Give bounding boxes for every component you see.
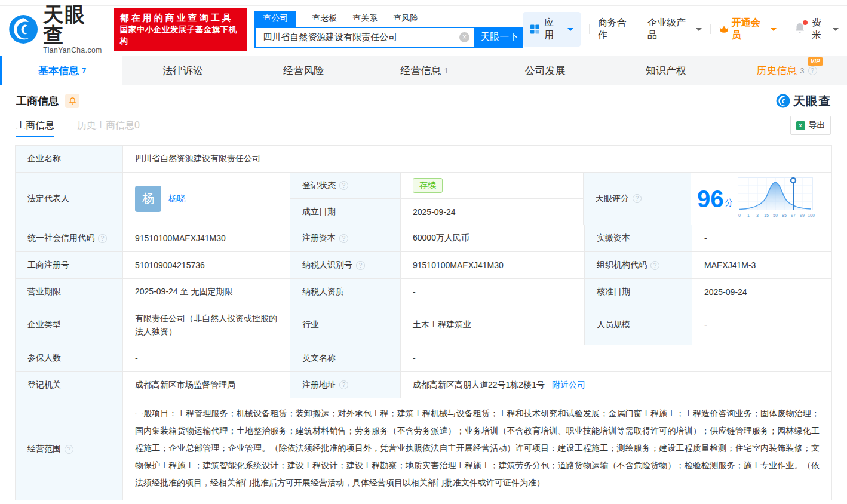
help-icon[interactable] — [65, 445, 73, 454]
taxpayer-id-value: 91510100MAEXJ41M30 — [401, 252, 585, 278]
tab-label: 基本信息 — [38, 64, 79, 78]
search-tab-risk[interactable]: 查风险 — [389, 13, 422, 27]
svg-text:85: 85 — [782, 213, 787, 217]
table-row: 成立日期 2025-09-24 — [290, 199, 583, 225]
tab-operation-info[interactable]: 经营信息 1 — [364, 56, 484, 85]
address-value: 成都高新区高朋大道22号1栋2楼1号 附近公司 — [401, 372, 831, 398]
approval-date-value: 2025-09-24 — [692, 279, 833, 305]
company-tabs: 基本信息 7 法律诉讼 经营风险 经营信息 1 公司发展 知识产权 VIP 历史… — [0, 56, 847, 85]
tab-basic-info[interactable]: 基本信息 7 — [2, 56, 122, 85]
help-icon[interactable] — [339, 380, 348, 389]
avatar[interactable]: 杨 — [135, 186, 161, 212]
slogan-banner: 都在用的商业查询工具 国家中小企业发展子基金旗下机构 — [114, 8, 247, 51]
table-row: 登记状态 存续 — [290, 173, 583, 199]
tab-label: 知识产权 — [646, 64, 686, 78]
watermark-text: 天眼查 — [793, 93, 831, 109]
search-tab-company[interactable]: 查公司 — [254, 11, 296, 27]
taxpayer-quali-label: 纳税人资质 — [290, 279, 401, 305]
help-icon[interactable] — [339, 181, 348, 190]
reg-capital-value: 60000万人民币 — [401, 225, 585, 251]
reg-no-label: 工商注册号 — [16, 252, 123, 278]
subtab-business-info[interactable]: 工商信息 — [16, 119, 54, 132]
paid-capital-label: 实缴资本 — [585, 225, 692, 251]
legal-rep-link[interactable]: 杨晓 — [168, 193, 185, 204]
en-name-label: 英文名称 — [290, 345, 401, 371]
help-icon[interactable] — [98, 234, 107, 243]
tab-operation-risk[interactable]: 经营风险 — [243, 56, 364, 85]
tab-intellectual-property[interactable]: 知识产权 — [606, 56, 726, 85]
help-icon[interactable] — [339, 234, 348, 243]
svg-text:1: 1 — [747, 213, 750, 217]
enterprise-label: 企业级产品 — [647, 17, 693, 42]
help-icon[interactable] — [808, 66, 817, 75]
tab-company-development[interactable]: 公司发展 — [485, 56, 606, 85]
logo-cn: 天眼查 — [43, 4, 105, 45]
nearby-companies-link[interactable]: 附近公司 — [552, 380, 585, 391]
company-name-value: 四川省自然资源建设有限责任公司 — [123, 146, 831, 172]
insured-label: 参保人数 — [16, 345, 123, 371]
search-tabs: 查公司 查老板 查关系 查风险 — [254, 11, 523, 27]
taxpayer-id-label: 纳税人识别号 — [290, 252, 401, 278]
tab-label: 经营信息 — [400, 64, 441, 78]
en-name-value: - — [401, 345, 831, 371]
business-scope-value: 一般项目：工程管理服务；机械设备租赁；装卸搬运；对外承包工程；建筑工程机械与设备… — [123, 398, 831, 500]
tab-count: 3 — [800, 66, 804, 75]
tab-history-info[interactable]: VIP 历史信息 3 — [726, 56, 847, 85]
score-number: 96 — [697, 187, 724, 211]
apps-label: 应用 — [544, 17, 562, 42]
export-button[interactable]: 导出 — [790, 116, 831, 135]
search-button[interactable]: 天眼一下 — [475, 27, 523, 48]
score-value: 96 分 — [691, 173, 831, 225]
tab-label: 公司发展 — [525, 64, 566, 78]
chevron-down-icon — [567, 28, 573, 31]
help-icon[interactable] — [356, 261, 365, 270]
notifications-bell[interactable] — [794, 22, 806, 36]
logo-text: 天眼查 TianYanCha.com — [43, 4, 105, 54]
uscc-label: 统一社会信用代码 — [16, 225, 123, 251]
staff-size-label: 人员规模 — [585, 305, 692, 345]
search-tab-relation[interactable]: 查关系 — [349, 13, 381, 27]
bell-icon — [69, 97, 76, 105]
table-row: 企业类型 有限责任公司（非自然人投资或控股的法人独资） 行业 土木工程建筑业 人… — [16, 305, 831, 345]
address-label: 注册地址 — [290, 372, 401, 398]
company-type-value: 有限责任公司（非自然人投资或控股的法人独资） — [123, 305, 290, 345]
help-icon[interactable] — [633, 194, 642, 203]
logo[interactable]: 天眼查 TianYanCha.com — [8, 4, 106, 54]
section-header: 工商信息 天眼查 — [16, 90, 831, 112]
term-label: 营业期限 — [16, 279, 123, 305]
clear-input-icon[interactable] — [459, 32, 469, 42]
table-row: 经营范围 一般项目：工程管理服务；机械设备租赁；装卸搬运；对外承包工程；建筑工程… — [16, 398, 831, 500]
search-input[interactable] — [254, 27, 475, 48]
subtab-history-business-info[interactable]: 历史工商信息0 — [77, 119, 140, 132]
org-code-label: 组织机构代码 — [585, 252, 692, 278]
nav-cooperation[interactable]: 商务合作 — [598, 17, 634, 42]
reg-authority-label: 登记机关 — [16, 372, 123, 398]
apps-menu[interactable]: 应用 — [523, 12, 581, 47]
cooperation-label: 商务合作 — [598, 17, 634, 42]
table-row: 企业名称 四川省自然资源建设有限责任公司 — [16, 146, 831, 173]
help-icon[interactable] — [650, 261, 659, 270]
org-code-value: MAEXJ41M-3 — [692, 252, 833, 278]
table-row: 营业期限 2025-09-24 至 无固定期限 纳税人资质 - 核准日期 202… — [16, 279, 831, 305]
header-right-nav: 应用 商务合作 企业级产品 开通会员 — [523, 12, 839, 47]
svg-text:100: 100 — [808, 213, 815, 217]
status-badge: 存续 — [413, 178, 443, 193]
staff-size-value: - — [692, 305, 833, 345]
slogan-line1: 都在用的商业查询工具 — [120, 12, 241, 24]
user-menu[interactable]: 费米 — [812, 17, 839, 42]
top-divider — [0, 0, 847, 6]
table-row: 登记机关 成都高新区市场监督管理局 注册地址 成都高新区高朋大道22号1栋2楼1… — [16, 372, 831, 398]
nav-enterprise-products[interactable]: 企业级产品 — [647, 17, 702, 42]
excel-icon — [796, 121, 805, 130]
svg-text:15: 15 — [764, 213, 769, 217]
taxpayer-quali-value: - — [401, 279, 585, 305]
subscribe-bell-button[interactable] — [65, 94, 79, 108]
open-vip-button[interactable]: 开通会员 — [719, 17, 777, 42]
section-title: 工商信息 — [16, 94, 59, 108]
svg-text:0: 0 — [738, 213, 741, 217]
svg-text:3: 3 — [756, 213, 759, 217]
tianyancha-page: 天眼查 TianYanCha.com 都在用的商业查询工具 国家中小企业发展子基… — [0, 0, 847, 504]
tab-legal-litigation[interactable]: 法律诉讼 — [122, 56, 243, 85]
uscc-value: 91510100MAEXJ41M30 — [123, 225, 290, 251]
search-tab-boss[interactable]: 查老板 — [308, 13, 340, 27]
